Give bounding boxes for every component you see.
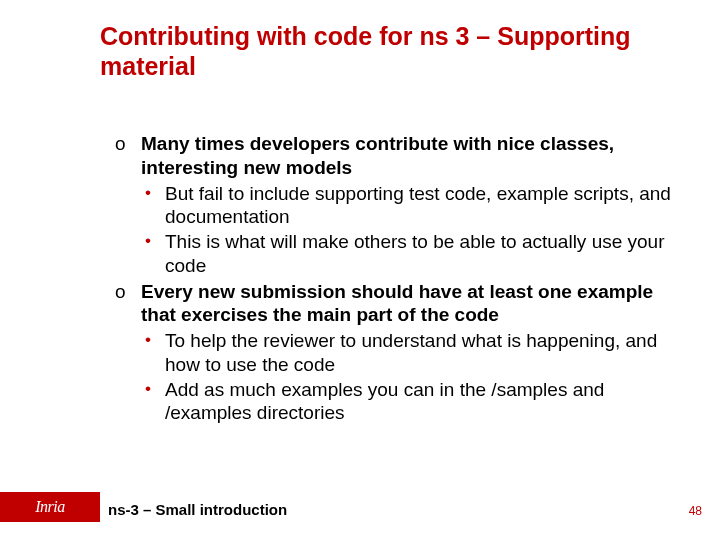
list-item: o Every new submission should have at le… (115, 280, 675, 426)
bullet-icon: • (141, 378, 165, 426)
sub-list-item: • Add as much examples you can in the /s… (141, 378, 675, 426)
footer-text: ns-3 – Small introduction (108, 501, 287, 518)
sub-item-text: But fail to include supporting test code… (165, 182, 675, 230)
circle-marker-icon: o (115, 280, 141, 426)
sub-list-item: • But fail to include supporting test co… (141, 182, 675, 230)
sub-list-item: • To help the reviewer to understand wha… (141, 329, 675, 377)
bullet-icon: • (141, 329, 165, 377)
sub-item-text: To help the reviewer to understand what … (165, 329, 675, 377)
slide-content: o Many times developers contribute with … (115, 132, 675, 427)
inria-logo: Inria (35, 498, 65, 516)
sub-list-item: • This is what will make others to be ab… (141, 230, 675, 278)
circle-marker-icon: o (115, 132, 141, 278)
sub-item-text: This is what will make others to be able… (165, 230, 675, 278)
page-number: 48 (689, 504, 702, 518)
list-item-text: Many times developers contribute with ni… (141, 133, 614, 178)
bullet-icon: • (141, 182, 165, 230)
list-item-text: Every new submission should have at leas… (141, 281, 653, 326)
list-item: o Many times developers contribute with … (115, 132, 675, 278)
slide-title: Contributing with code for ns 3 – Suppor… (100, 22, 660, 81)
sub-item-text: Add as much examples you can in the /sam… (165, 378, 675, 426)
bullet-icon: • (141, 230, 165, 278)
footer-logo-bar: Inria (0, 492, 100, 522)
